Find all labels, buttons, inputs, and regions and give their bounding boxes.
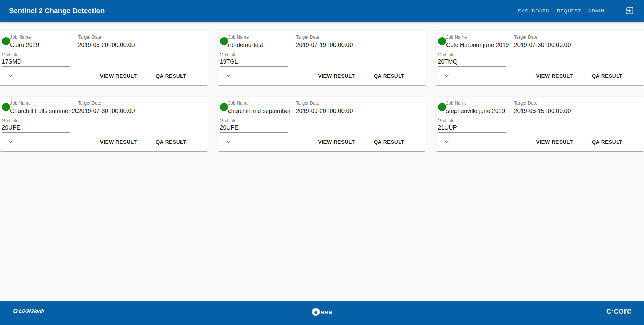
exit-to-app-icon (625, 6, 634, 15)
job-card: Job Name stephenville june 2019 Target D… (436, 97, 644, 151)
esa-label: esa (321, 308, 332, 316)
grid-tile-label: Grid Tile (220, 118, 288, 123)
grid-tile-value[interactable]: 20TMQ (438, 58, 506, 67)
esa-logo: e esa (312, 308, 332, 316)
esa-globe-icon: e (312, 308, 320, 316)
job-name-field: Job Name nb-demo-test (228, 35, 296, 50)
chevron-down-icon (442, 71, 451, 80)
expand-card-button[interactable] (224, 137, 233, 146)
app-header: Sentinel 2 Change Detection DASHBOARD RE… (0, 0, 644, 22)
job-name-label: Job Name (446, 35, 514, 40)
job-name-label: Job Name (228, 101, 296, 106)
job-card-row-top: Job Name Cole Harbour june 2019 Target D… (438, 31, 642, 50)
job-card: Job Name Cole Harbour june 2019 Target D… (436, 31, 644, 85)
qa-result-button[interactable]: QA RESULT (371, 137, 407, 147)
job-name-value[interactable]: Cole Harbour june 2019 (446, 42, 514, 50)
grid-tile-field: Grid Tile 19TGL (220, 52, 288, 67)
job-name-value[interactable]: churchill mid september (228, 108, 296, 116)
job-card-actions: VIEW RESULT QA RESULT (220, 134, 424, 149)
job-card-actions: VIEW RESULT QA RESULT (2, 68, 206, 83)
target-date-value[interactable]: 2019-06-15T00:00:00 (514, 108, 582, 116)
nav-admin[interactable]: ADMIN (588, 6, 605, 16)
qa-result-button[interactable]: QA RESULT (153, 71, 189, 81)
job-card: Job Name churchill mid september Target … (218, 97, 426, 151)
job-card-row-top: Job Name nb-demo-test Target Date 2019-0… (220, 31, 424, 50)
logout-button[interactable] (625, 6, 634, 15)
job-name-label: Job Name (10, 101, 78, 106)
job-name-value[interactable]: Cairo 2019 (10, 42, 78, 50)
target-date-value[interactable]: 2019-06-20T00:00:00 (78, 42, 146, 50)
chevron-down-icon (6, 71, 15, 80)
qa-result-button[interactable]: QA RESULT (371, 71, 407, 81)
view-result-button[interactable]: VIEW RESULT (315, 137, 358, 147)
nav-dashboard[interactable]: DASHBOARD (517, 6, 550, 16)
qa-result-button[interactable]: QA RESULT (153, 137, 189, 147)
ccore-logo: c·core (606, 306, 631, 316)
job-name-field: Job Name Churchill Falls summer 2019 (10, 101, 78, 116)
qa-result-button[interactable]: QA RESULT (589, 71, 625, 81)
target-date-value[interactable]: 2019-09-20T00:00:00 (296, 108, 364, 116)
job-name-field: Job Name stephenville june 2019 (446, 101, 514, 116)
job-name-value[interactable]: Churchill Falls summer 2019 (10, 108, 78, 116)
grid-tile-label: Grid Tile (438, 118, 506, 123)
looknorth-label: LOOKNorth (18, 308, 45, 314)
view-result-button[interactable]: VIEW RESULT (97, 137, 140, 147)
job-card: Job Name nb-demo-test Target Date 2019-0… (218, 31, 426, 85)
job-card-row-top: Job Name Cairo 2019 Target Date 2019-06-… (2, 31, 206, 50)
expand-card-button[interactable] (6, 71, 15, 80)
job-name-field: Job Name churchill mid september (228, 101, 296, 116)
looknorth-ring-icon (13, 309, 18, 313)
grid-tile-label: Grid Tile (2, 52, 70, 57)
grid-tile-value[interactable]: 20UPE (2, 124, 70, 133)
target-date-field: Target Date 2019-09-20T00:00:00 (296, 101, 364, 116)
chevron-down-icon (6, 137, 15, 146)
status-dot (220, 37, 228, 45)
status-dot (2, 37, 10, 45)
target-date-value[interactable]: 2019-07-30T00:00:00 (78, 108, 146, 116)
chevron-down-icon (224, 137, 233, 146)
job-name-value[interactable]: stephenville june 2019 (446, 108, 514, 116)
grid-tile-label: Grid Tile (438, 52, 506, 57)
status-dot (220, 103, 228, 111)
expand-card-button[interactable] (224, 71, 233, 80)
grid-tile-value[interactable]: 19TGL (220, 58, 288, 67)
grid-tile-value[interactable]: 21UUP (438, 124, 506, 133)
grid-tile-field: Grid Tile 17SMD (2, 52, 70, 67)
page-title: Sentinel 2 Change Detection (0, 7, 105, 15)
view-result-button[interactable]: VIEW RESULT (533, 137, 576, 147)
target-date-value[interactable]: 2019-07-30T00:00:00 (514, 42, 582, 50)
grid-tile-field: Grid Tile 20UPE (2, 118, 70, 133)
job-name-label: Job Name (10, 35, 78, 40)
status-dot (438, 37, 446, 45)
job-name-value[interactable]: nb-demo-test (228, 42, 296, 50)
job-name-field: Job Name Cole Harbour june 2019 (446, 35, 514, 50)
job-card: Job Name Cairo 2019 Target Date 2019-06-… (0, 31, 208, 85)
job-card-actions: VIEW RESULT QA RESULT (438, 68, 642, 83)
view-result-button[interactable]: VIEW RESULT (315, 71, 358, 81)
target-date-field: Target Date 2019-06-20T00:00:00 (78, 35, 146, 50)
job-card-row-top: Job Name Churchill Falls summer 2019 Tar… (2, 97, 206, 116)
page-footer: LOOKNorth e esa c·core (0, 301, 644, 325)
expand-card-button[interactable] (442, 71, 451, 80)
view-result-button[interactable]: VIEW RESULT (533, 71, 576, 81)
grid-tile-field: Grid Tile 20UPE (220, 118, 288, 133)
view-result-button[interactable]: VIEW RESULT (97, 71, 140, 81)
grid-tile-value[interactable]: 17SMD (2, 58, 70, 67)
expand-card-button[interactable] (6, 137, 15, 146)
job-card-actions: VIEW RESULT QA RESULT (2, 134, 206, 149)
job-card-row-top: Job Name churchill mid september Target … (220, 97, 424, 116)
chevron-down-icon (442, 137, 451, 146)
header-nav: DASHBOARD REQUEST ADMIN (512, 6, 644, 16)
jobs-grid: Job Name Cairo 2019 Target Date 2019-06-… (0, 31, 644, 151)
qa-result-button[interactable]: QA RESULT (589, 137, 625, 147)
target-date-field: Target Date 2019-07-19T00:00:00 (296, 35, 364, 50)
target-date-label: Target Date (296, 35, 364, 40)
target-date-value[interactable]: 2019-07-19T00:00:00 (296, 42, 364, 50)
job-card-actions: VIEW RESULT QA RESULT (220, 68, 424, 83)
expand-card-button[interactable] (442, 137, 451, 146)
target-date-label: Target Date (78, 35, 146, 40)
grid-tile-value[interactable]: 20UPE (220, 124, 288, 133)
job-name-label: Job Name (446, 101, 514, 106)
job-card: Job Name Churchill Falls summer 2019 Tar… (0, 97, 208, 151)
nav-request[interactable]: REQUEST (556, 6, 581, 16)
